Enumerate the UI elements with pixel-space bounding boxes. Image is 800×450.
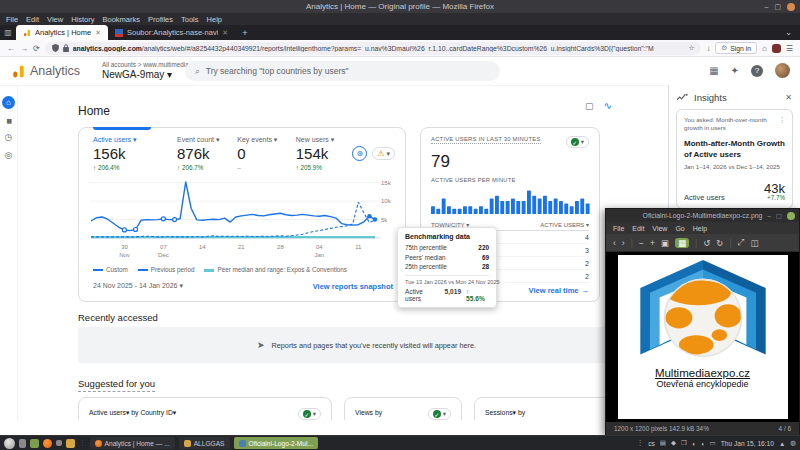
next-image-icon[interactable]: › bbox=[622, 238, 625, 248]
insights-toggle-icon[interactable]: ∿ bbox=[604, 100, 612, 111]
menu-view[interactable]: View bbox=[47, 15, 63, 24]
shield-icon[interactable]: ◆ bbox=[671, 439, 676, 447]
tab-analytics-home[interactable]: Analytics | Home ✕ bbox=[16, 25, 108, 40]
taskbar-window-firefox[interactable]: Analytics | Home — ... bbox=[90, 437, 175, 449]
menu-file[interactable]: File bbox=[6, 15, 18, 24]
data-warning-dropdown[interactable]: ⚠▾ bbox=[372, 147, 395, 160]
forward-icon[interactable]: → bbox=[20, 44, 28, 53]
customize-report-icon[interactable]: ▢ bbox=[585, 101, 594, 111]
viewer-menu-help[interactable]: Help bbox=[693, 225, 707, 232]
notifications-icon[interactable]: ◍ bbox=[790, 439, 796, 447]
files-launcher-icon[interactable] bbox=[66, 439, 75, 448]
app-launcher-icon[interactable] bbox=[56, 440, 62, 446]
battery-icon[interactable]: ▭ bbox=[710, 439, 716, 447]
tab-soubor-analytics[interactable]: Soubor:Analytics-nase-navi ✕ bbox=[108, 25, 235, 40]
view-realtime-link[interactable]: View real time→ bbox=[529, 286, 589, 295]
sign-in-button[interactable]: ⊙ Sign in bbox=[715, 42, 757, 54]
suggested-card-views[interactable]: Views byPage title and scree... ✓▾ bbox=[344, 397, 462, 420]
menu-bookmarks[interactable]: Bookmarks bbox=[103, 15, 141, 24]
zoom-in-icon[interactable]: + bbox=[650, 238, 655, 248]
nav-explore-icon[interactable]: ◷ bbox=[5, 133, 13, 142]
firefox-launcher-icon[interactable] bbox=[43, 439, 52, 448]
data-quality-dropdown[interactable]: ✓▾ bbox=[428, 408, 451, 420]
help-icon[interactable]: ? bbox=[751, 65, 763, 77]
menu-help[interactable]: Help bbox=[207, 15, 222, 24]
suggested-card-country[interactable]: Active users▾ by Country ID▾ ✓▾ bbox=[78, 397, 332, 420]
firefox-view-icon[interactable]: ⌂ bbox=[762, 44, 767, 53]
taskbar-window-viewer[interactable]: Oficialni-Logo-2-Mul... bbox=[234, 437, 319, 449]
diagnostics-grid-icon[interactable]: ▦ bbox=[709, 65, 718, 76]
nav-advertising-icon[interactable]: ◎ bbox=[5, 151, 13, 160]
hamburger-menu-icon[interactable]: ☰ bbox=[786, 44, 793, 53]
zoom-out-icon[interactable]: − bbox=[639, 238, 644, 248]
viewer-titlebar[interactable]: Oficialni-Logo-2-Multimediaexpo-cz.png –… bbox=[606, 209, 799, 222]
close-icon[interactable] bbox=[787, 212, 795, 220]
metric-key-events[interactable]: Key events ▾ 0 – bbox=[237, 136, 295, 171]
best-fit-icon[interactable]: ▦ bbox=[675, 238, 689, 248]
benchmarking-icon[interactable]: ⊛ bbox=[352, 146, 367, 161]
minimize-icon[interactable]: – bbox=[764, 3, 768, 10]
tab-close-icon[interactable]: ✕ bbox=[95, 29, 101, 37]
minimize-icon[interactable]: – bbox=[767, 212, 771, 219]
tab-close-icon[interactable]: ✕ bbox=[222, 29, 228, 37]
list-tabs-icon[interactable]: ⌄ bbox=[785, 25, 800, 40]
avatar[interactable] bbox=[775, 63, 790, 78]
viewer-menu-go[interactable]: Go bbox=[675, 225, 684, 232]
show-desktop-icon[interactable] bbox=[19, 439, 26, 448]
menu-history[interactable]: History bbox=[71, 15, 94, 24]
reload-icon[interactable]: ⟳ bbox=[33, 44, 40, 53]
view-reports-snapshot-link[interactable]: View reports snapshot bbox=[313, 282, 393, 291]
taskbar-window-allggas[interactable]: ALLGGAS bbox=[179, 437, 230, 449]
image-icon bbox=[239, 440, 246, 447]
bookmark-star-icon[interactable]: ☆ bbox=[688, 44, 694, 52]
restore-icon[interactable]: ▢ bbox=[776, 212, 782, 220]
normal-size-icon[interactable]: ▣ bbox=[661, 238, 669, 248]
search-input[interactable]: ⌕ Try searching "top countries by users" bbox=[185, 61, 500, 81]
fullscreen-icon[interactable]: ⤢ bbox=[738, 237, 745, 248]
url-bar[interactable]: analytics.google.com/analytics/web/#/a82… bbox=[45, 42, 702, 55]
viewer-menu-edit[interactable]: Edit bbox=[632, 225, 644, 232]
menu-edit[interactable]: Edit bbox=[26, 15, 39, 24]
trash-icon[interactable]: ◫ bbox=[750, 238, 758, 248]
col-active-users[interactable]: ACTIVE USERS ▾ bbox=[540, 221, 589, 228]
restore-icon[interactable]: ▢ bbox=[774, 3, 781, 11]
terminal-launcher-icon[interactable] bbox=[30, 439, 39, 448]
viewer-menu-file[interactable]: File bbox=[613, 225, 624, 232]
insight-card[interactable]: You asked: Month-over-month growth in us… bbox=[676, 109, 793, 209]
data-quality-dropdown[interactable]: ✓▾ bbox=[298, 408, 321, 420]
downloads-icon[interactable]: ↓ bbox=[706, 44, 710, 53]
firefox-titlebar[interactable]: Analytics | Home — Original profile — Mo… bbox=[0, 0, 800, 13]
back-icon[interactable]: ← bbox=[7, 44, 15, 53]
date-range-picker[interactable]: 24 Nov 2025 - 14 Jan 2026 ▾ bbox=[93, 282, 183, 291]
clipboard-icon[interactable]: ▤ bbox=[660, 439, 666, 447]
kebab-menu-icon[interactable]: ⋮ bbox=[779, 116, 785, 133]
volume-icon[interactable]: ◖ bbox=[692, 440, 696, 447]
gemini-sparkle-icon[interactable]: ✦ bbox=[731, 65, 739, 76]
rotate-right-icon[interactable]: ↻ bbox=[716, 238, 723, 248]
metric-new-users[interactable]: New users ▾ 154k ↑ 205.9% bbox=[296, 136, 353, 171]
profile-icon[interactable]: ▥ bbox=[0, 25, 16, 40]
menu-tools[interactable]: Tools bbox=[181, 15, 199, 24]
clock[interactable]: Thu Jan 15, 16:10 bbox=[721, 440, 774, 447]
viewer-canvas[interactable]: Multimediaexpo.cz Otevřená encyklopedie bbox=[606, 252, 799, 422]
ga-logo[interactable]: Analytics bbox=[12, 64, 80, 78]
metric-active-users[interactable]: Active users ▾ 156k ↑ 206.4% bbox=[93, 136, 177, 171]
window-tray-icon[interactable]: ❐ bbox=[681, 439, 687, 447]
rotate-left-icon[interactable]: ↺ bbox=[703, 238, 710, 248]
close-icon[interactable] bbox=[787, 3, 795, 11]
metric-event-count[interactable]: Event count ▾ 876k ↑ 206.7% bbox=[177, 136, 237, 171]
users-over-time-chart[interactable]: 15k10k5k30Nov07Dec14212804Jan11 bbox=[87, 176, 401, 262]
nav-home-icon[interactable]: ⌂ bbox=[2, 96, 15, 109]
mint-menu-button[interactable] bbox=[4, 438, 15, 449]
data-quality-dropdown[interactable]: ✓▾ bbox=[566, 136, 589, 148]
collapse-tray-icon[interactable]: ▲ bbox=[779, 440, 785, 447]
keyboard-layout[interactable]: cs bbox=[648, 440, 655, 447]
extension-icon[interactable] bbox=[772, 44, 781, 53]
menu-profiles[interactable]: Profiles bbox=[148, 15, 173, 24]
volume-icon-2[interactable]: ◖ bbox=[701, 440, 705, 447]
viewer-menu-view[interactable]: View bbox=[652, 225, 667, 232]
previous-image-icon[interactable]: ‹ bbox=[613, 238, 616, 248]
nav-reports-icon[interactable]: ▮▮ bbox=[6, 118, 11, 124]
new-tab-button[interactable]: + bbox=[235, 25, 254, 40]
close-insights-icon[interactable]: ✕ bbox=[785, 93, 792, 102]
